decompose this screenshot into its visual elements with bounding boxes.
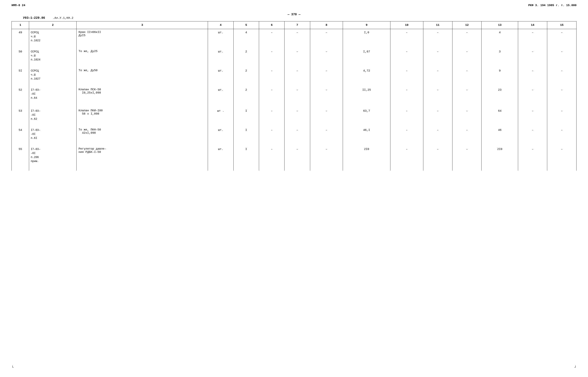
row-53-col9: 63,7 [343,107,390,127]
col1-header: 1 [12,22,29,29]
row-52-col5: 2 [233,86,259,107]
row-53-col5: I [233,107,259,127]
row-49-col5: 4 [233,29,259,48]
row-53-col10: – [390,107,423,127]
row-5I-col12: – [452,67,481,86]
row-52-col2: I7–03– –0I п.64 [29,86,77,107]
row-54-col6: – [259,127,284,146]
row-52-col9: II,25 [343,86,390,107]
row-52-col13: 23 [481,86,518,107]
row-53-col13: 64 [481,107,518,127]
col15-header: 15 [547,22,576,29]
table-row: 5I ССРСЦ ч.Ш п.1027 То же, Ду50 шт. 2 – … [12,67,576,86]
row-5I-col4: шт. [208,67,233,86]
col10-header: 10 [390,22,423,29]
row-54-id: 54 [12,127,29,146]
row-50-col12: – [452,48,481,67]
table-row: 50 ССРСЦ ч.Ш п.1024 То же, Ду25 шт. 2 – … [12,48,576,67]
row-52-col7: – [284,86,310,107]
row-49-col3: Кран IIч66кIIДуI5 [77,29,208,48]
row-55-col3: Регулятор давле–ния РДБК–I–50 [77,146,208,171]
row-5I-col10: – [390,67,423,86]
table-header-row: 1 2 3 4 5 6 7 8 9 10 11 12 13 14 15 [12,22,576,29]
row-55-col8: – [310,146,343,171]
row-52-col8: – [310,86,343,107]
row-55-col11: – [423,146,452,171]
col13-header: 13 [481,22,518,29]
corner-bottom-right: ┘ [575,365,576,369]
row-54-col5: I [233,127,259,146]
doc-refs: .Ал.У.1,КН.2 [53,16,73,20]
row-55-col6: – [259,146,284,171]
top-right-label: РКФ 3. 194 1985 г. т. 15.000 [528,4,576,7]
row-5I-col11: – [423,67,452,86]
col3-header: 3 [77,22,208,29]
row-52-col12: – [452,86,481,107]
row-53-col14: – [518,107,547,127]
table-row: 52 I7–03– –0I п.64 Клапан ПСК–50 I0,25хI… [12,86,576,107]
row-55-col4: шт. [208,146,233,171]
row-49-col11: – [423,29,452,48]
row-54-col9: 46,I [343,127,390,146]
row-53-col2: I7–03– –0I п.62 [29,107,77,127]
row-50-col8: – [310,48,343,67]
col2-header: 2 [29,22,77,29]
row-53-col15: – [547,107,576,127]
row-55-col7: – [284,146,310,171]
row-50-col4: шт. [208,48,233,67]
row-5I-col8: – [310,67,343,86]
row-55-col12: – [452,146,481,171]
table-row: 49 ССРСЦ ч.Ш п.1022 Кран IIч66кIIДуI5 шт… [12,29,576,48]
row-55-col14: – [518,146,547,171]
row-54-col12: – [452,127,481,146]
corner-bottom-left: └ [12,365,13,369]
row-54-col7: – [284,127,310,146]
row-53-id: 53 [12,107,29,127]
col8-header: 8 [310,22,343,29]
row-55-col5: I [233,146,259,171]
row-52-col6: – [259,86,284,107]
row-49-col2: ССРСЦ ч.Ш п.1022 [29,29,77,48]
col14-header: 14 [518,22,547,29]
row-5I-col5: 2 [233,67,259,86]
row-5I-col13: 9 [481,67,518,86]
row-49-col12: – [452,29,481,48]
row-50-col7: – [284,48,310,67]
row-5I-col3: То же, Ду50 [77,67,208,86]
row-55-col10: – [390,146,423,171]
row-55-col2: I7–03– –0I п.206 прим. [29,146,77,171]
row-49-id: 49 [12,29,29,48]
page-center-label: — 370 — [288,13,300,16]
row-53-col3: Клапан ПКИ–I00 58 х I,098 [77,107,208,127]
row-52-id: 52 [12,86,29,107]
doc-number: У03–1–229.86 [23,16,45,20]
top-left-label: НМП-8 24 [12,4,25,7]
row-50-id: 50 [12,48,29,67]
row-55-col9: 2I0 [343,146,390,171]
row-54-col3: То же, ПКН–50 42хI,098 [77,127,208,146]
row-49-col4: шт. [208,29,233,48]
table-row: 54 I7–03– –0I п.6I То же, ПКН–50 42хI,09… [12,127,576,146]
row-5I-col15: – [547,67,576,86]
row-49-col15: – [547,29,576,48]
row-5I-col14: – [518,67,547,86]
col5-header: 5 [233,22,259,29]
row-49-col7: – [284,29,310,48]
row-54-col2: I7–03– –0I п.6I [29,127,77,146]
col12-header: 12 [452,22,481,29]
row-54-col13: 46 [481,127,518,146]
row-55-col13: 2I0 [481,146,518,171]
row-50-col3: То же, Ду25 [77,48,208,67]
col7-header: 7 [284,22,310,29]
row-52-col10: – [390,86,423,107]
col4-header: 4 [208,22,233,29]
row-53-col4: шт . [208,107,233,127]
col11-header: 11 [423,22,452,29]
row-52-col14: – [518,86,547,107]
row-49-col13: 4 [481,29,518,48]
row-5I-col2: ССРСЦ ч.Ш п.1027 [29,67,77,86]
row-5I-col7: – [284,67,310,86]
row-54-col11: – [423,127,452,146]
col6-header: 6 [259,22,284,29]
row-50-col10: – [390,48,423,67]
